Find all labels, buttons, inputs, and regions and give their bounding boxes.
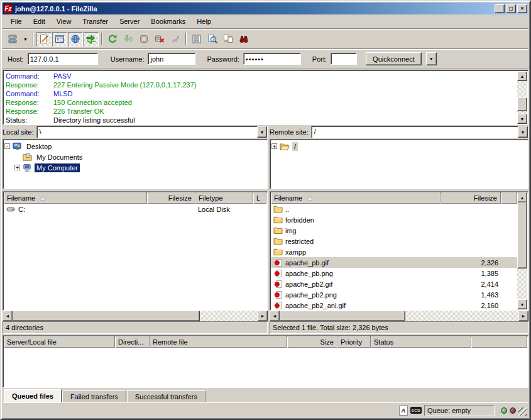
menu-edit[interactable]: Edit: [28, 16, 51, 26]
binoculars-icon: [239, 34, 249, 44]
directory-comparison-button[interactable]: [205, 32, 220, 47]
password-input[interactable]: [243, 53, 301, 65]
toolbar-separator: [101, 33, 102, 45]
chevron-down-icon[interactable]: ▼: [518, 126, 528, 138]
queue-column-priority[interactable]: Priority: [337, 336, 371, 348]
remote-row-file[interactable]: apache_pb2_ani.gif 2,160: [271, 300, 517, 309]
queue-column-remote-file[interactable]: Remote file: [150, 336, 287, 348]
local-directory-tree: - Desktop My Documents + My Computer: [3, 139, 268, 189]
queue-column-status[interactable]: Status: [371, 336, 471, 348]
quickconnect-button[interactable]: Quickconnect: [366, 52, 422, 65]
remote-row-folder[interactable]: forbidden: [271, 214, 517, 225]
remote-row-file[interactable]: apache_pb.png 1,385: [271, 268, 517, 279]
scroll-thumb[interactable]: [13, 311, 200, 321]
scroll-thumb[interactable]: [517, 202, 527, 268]
image-file-icon: [273, 258, 283, 267]
close-button[interactable]: ×: [517, 4, 527, 13]
local-list-header: Filename Filesize Filetype L: [4, 192, 266, 204]
directory-listing-filters-button[interactable]: [189, 32, 204, 47]
process-queue-button[interactable]: [121, 32, 136, 47]
local-column-filesize[interactable]: Filesize: [147, 192, 195, 204]
tab-failed-transfers[interactable]: Failed transfers: [62, 390, 126, 402]
window-title: john@127.0.0.1 - FileZilla: [15, 5, 492, 13]
local-column-lastmodified[interactable]: L: [253, 192, 266, 204]
menu-transfer[interactable]: Transfer: [77, 16, 114, 26]
local-treeview-icon: [55, 34, 65, 44]
scroll-right-icon[interactable]: ►: [518, 311, 528, 321]
local-site-combo[interactable]: \ ▼: [36, 126, 268, 138]
scroll-up-icon[interactable]: ▲: [517, 71, 527, 81]
remote-row-file[interactable]: apache_pb2.png 1,463: [271, 289, 517, 300]
scroll-down-icon[interactable]: ▼: [517, 299, 527, 309]
resize-grip[interactable]: [518, 407, 527, 416]
scroll-left-icon[interactable]: ◄: [270, 311, 280, 321]
scroll-thumb[interactable]: [517, 97, 527, 111]
remote-horizontal-scrollbar[interactable]: ◄ ►: [270, 311, 528, 321]
menu-file[interactable]: File: [5, 16, 28, 26]
local-row-c-drive[interactable]: C: Local Disk: [4, 204, 266, 214]
remote-row-folder[interactable]: xampp: [271, 246, 517, 257]
menu-view[interactable]: View: [51, 16, 77, 26]
toggle-remote-tree-button[interactable]: [68, 32, 83, 47]
reconnect-icon: [170, 34, 180, 44]
username-input[interactable]: [148, 53, 195, 65]
cancel-operation-button[interactable]: [136, 32, 151, 47]
queue-column-direction[interactable]: Directi...: [115, 336, 150, 348]
expand-icon[interactable]: +: [271, 143, 277, 149]
site-manager-icon: [8, 34, 18, 44]
remote-row-parent-dir[interactable]: ..: [271, 204, 517, 214]
queue-column-server-local[interactable]: Server/Local file: [4, 336, 115, 348]
menu-bookmarks[interactable]: Bookmarks: [145, 16, 191, 26]
collapse-icon[interactable]: -: [4, 143, 10, 149]
quickconnect-dropdown-button[interactable]: ▼: [426, 52, 437, 65]
find-files-button[interactable]: [236, 32, 251, 47]
file-size: 2,160: [481, 302, 498, 309]
host-input[interactable]: [28, 53, 98, 65]
remote-site-combo[interactable]: / ▼: [311, 126, 528, 138]
menu-help[interactable]: Help: [191, 16, 217, 26]
menu-server[interactable]: Server: [114, 16, 145, 26]
scroll-left-icon[interactable]: ◄: [3, 311, 13, 321]
log-scrollbar[interactable]: ▲ ▼: [517, 71, 527, 124]
synchronized-browsing-button[interactable]: [221, 32, 236, 47]
tree-item-root[interactable]: + /: [271, 141, 527, 152]
remote-status-line: Selected 1 file. Total size: 2,326 bytes: [270, 321, 528, 334]
local-column-filename[interactable]: Filename: [4, 192, 147, 204]
refresh-button[interactable]: [105, 32, 120, 47]
toggle-local-tree-button[interactable]: [52, 32, 67, 47]
scroll-down-icon[interactable]: ▼: [517, 114, 527, 124]
my-computer-icon: [23, 163, 32, 172]
remote-row-folder[interactable]: img: [271, 225, 517, 236]
file-name: forbidden: [285, 216, 314, 224]
tab-successful-transfers[interactable]: Successful transfers: [127, 390, 205, 402]
image-file-icon: [273, 269, 283, 278]
local-horizontal-scrollbar[interactable]: ◄ ►: [3, 311, 268, 321]
site-manager-dropdown-button[interactable]: ▼: [21, 32, 30, 47]
reconnect-button[interactable]: [168, 32, 183, 47]
port-input[interactable]: [331, 53, 357, 65]
remote-column-filename[interactable]: Filename: [271, 192, 441, 204]
remote-column-filesize[interactable]: Filesize: [441, 192, 501, 204]
scroll-thumb[interactable]: [280, 311, 405, 321]
tree-item-my-computer[interactable]: + My Computer: [4, 162, 266, 173]
toggle-message-log-button[interactable]: [36, 32, 52, 47]
tree-item-desktop[interactable]: - Desktop: [4, 141, 266, 152]
remote-vertical-scrollbar[interactable]: ▲ ▼: [517, 192, 527, 309]
disconnect-button[interactable]: [152, 32, 167, 47]
maximize-button[interactable]: □: [506, 4, 516, 13]
site-manager-button[interactable]: [5, 32, 20, 47]
scroll-right-icon[interactable]: ►: [258, 311, 268, 321]
tree-item-my-documents[interactable]: My Documents: [4, 152, 266, 162]
chevron-down-icon[interactable]: ▼: [257, 126, 267, 138]
remote-row-file[interactable]: apache_pb2.gif 2,414: [271, 279, 517, 289]
scroll-up-icon[interactable]: ▲: [517, 192, 527, 202]
tab-queued-files[interactable]: Queued files: [4, 389, 62, 402]
folder-icon: [273, 226, 283, 235]
toggle-transfer-queue-button[interactable]: [84, 32, 99, 47]
local-column-filetype[interactable]: Filetype: [195, 192, 253, 204]
expand-icon[interactable]: +: [14, 165, 20, 170]
queue-column-size[interactable]: Size: [287, 336, 337, 348]
remote-row-folder[interactable]: restricted: [271, 236, 517, 246]
minimize-button[interactable]: _: [495, 4, 505, 13]
remote-row-file-selected[interactable]: apache_pb.gif 2,326: [271, 257, 517, 268]
